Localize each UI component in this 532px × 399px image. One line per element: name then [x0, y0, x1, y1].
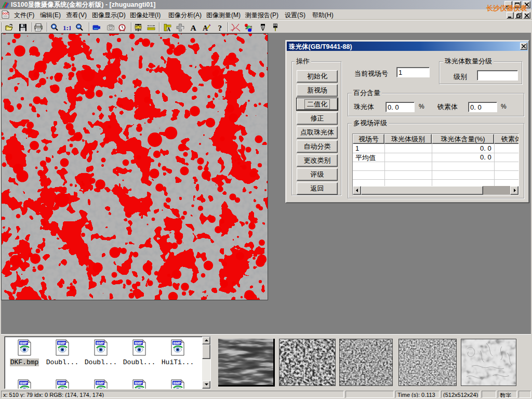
svg-text:BMP: BMP [97, 341, 104, 345]
svg-text:A: A [167, 26, 171, 32]
svg-text:BMP: BMP [174, 381, 181, 385]
svg-text:BMP: BMP [135, 341, 143, 345]
svg-text:DOC: DOC [3, 12, 9, 15]
svg-text:BMP: BMP [174, 341, 181, 345]
svg-text:BMP: BMP [20, 381, 28, 385]
svg-text:A: A [191, 23, 197, 32]
svg-text:BMP: BMP [97, 381, 104, 385]
svg-text:1:1: 1:1 [63, 24, 71, 32]
svg-text:BMP: BMP [135, 381, 143, 385]
svg-text:BMP: BMP [58, 381, 66, 385]
svg-text:BMP: BMP [58, 341, 66, 345]
svg-text:BMP: BMP [20, 341, 28, 345]
svg-text:?: ? [218, 24, 222, 32]
